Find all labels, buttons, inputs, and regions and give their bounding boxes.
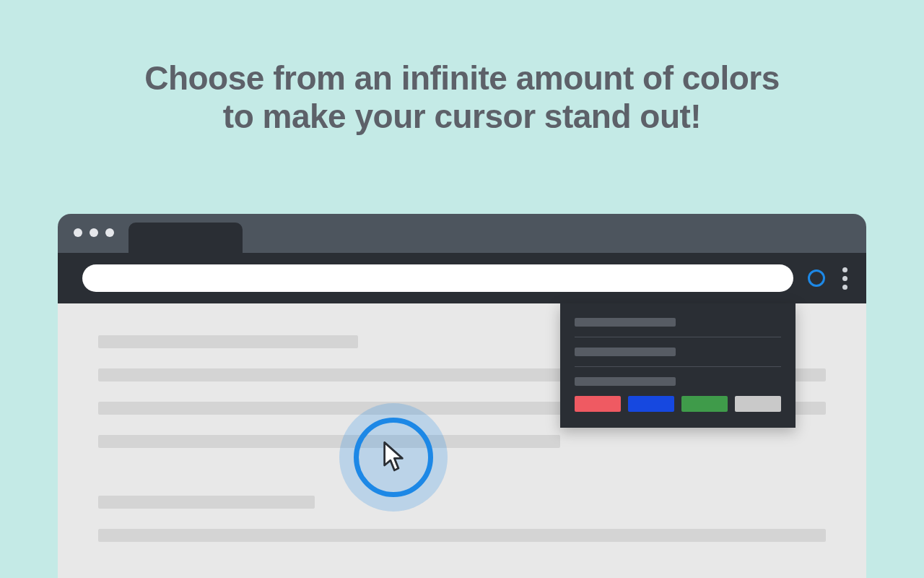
extension-popup [560,303,796,428]
window-controls[interactable] [74,228,114,237]
color-swatch-gray[interactable] [735,396,781,412]
skeleton-line [98,496,315,509]
popup-label-placeholder [575,318,676,327]
browser-tab[interactable] [128,223,243,253]
kebab-dot-icon [842,285,847,290]
popup-label-placeholder [575,377,676,386]
skeleton-line [98,335,358,348]
browser-menu-button[interactable] [840,267,850,290]
tab-strip [58,214,866,253]
extension-cursor-highlighter-icon[interactable] [808,269,825,287]
address-bar[interactable] [82,264,793,292]
skeleton-line [98,529,826,542]
skeleton-line [98,435,560,448]
headline-line-1: Choose from an infinite amount of colors [144,59,780,97]
headline-line-2: to make your cursor stand out! [223,98,701,135]
kebab-dot-icon [842,276,847,281]
popup-divider [575,337,781,337]
cursor-highlight-halo [339,403,448,512]
color-swatch-blue[interactable] [628,396,674,412]
color-swatch-row [575,396,781,412]
popup-divider [575,366,781,367]
window-dot-icon [90,228,98,237]
kebab-dot-icon [842,267,847,272]
popup-label-placeholder [575,348,676,356]
color-swatch-red[interactable] [575,396,621,412]
window-dot-icon [105,228,114,237]
cursor-highlight-ring [354,418,433,497]
promo-headline: Choose from an infinite amount of colors… [0,59,924,136]
browser-toolbar [58,253,866,303]
color-swatch-green[interactable] [681,396,728,412]
window-dot-icon [74,228,82,237]
cursor-arrow-icon [381,441,406,473]
